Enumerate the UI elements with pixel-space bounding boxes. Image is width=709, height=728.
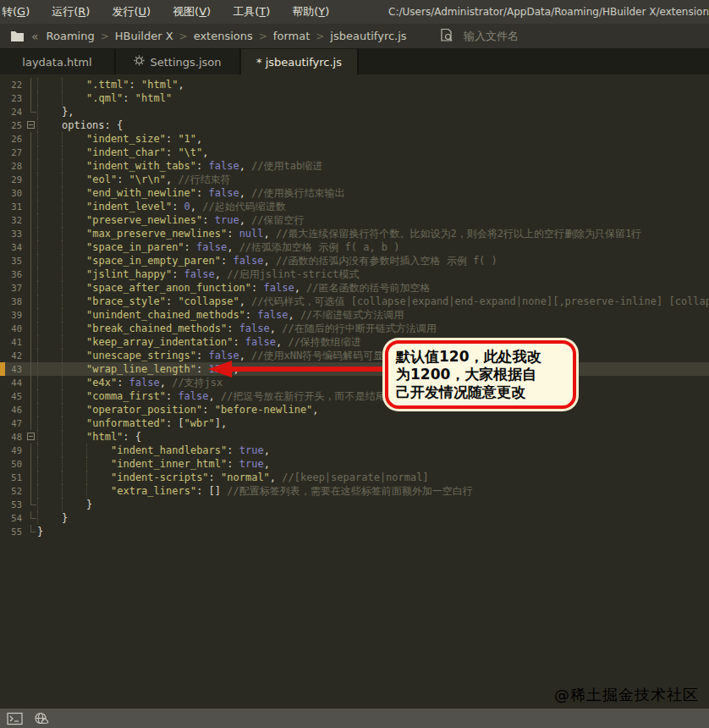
folder-icon bbox=[10, 30, 25, 42]
code-line-53[interactable]: 53} bbox=[0, 498, 709, 511]
fold-guide bbox=[25, 200, 37, 213]
code-text: options: { bbox=[37, 119, 709, 132]
line-number: 33 bbox=[5, 227, 25, 240]
annotation-text-line: 默认值120，此处我改 bbox=[396, 348, 565, 366]
gear-icon bbox=[134, 55, 145, 69]
code-line-51[interactable]: 51"indent-scripts": "normal", //[keep|se… bbox=[0, 471, 709, 484]
code-text: "break_chained_methods": false, //在随后的行中… bbox=[37, 322, 709, 335]
fold-guide bbox=[25, 444, 37, 457]
breadcrumb-bar: « Roaming>HBuilder X>extensions>format>j… bbox=[0, 24, 709, 49]
search-input[interactable] bbox=[462, 29, 575, 43]
fold-guide bbox=[25, 78, 37, 91]
code-line-36[interactable]: 36"jslint_happy": false, //启用jslint-stri… bbox=[0, 267, 709, 281]
code-editor[interactable]: 22".ttml": "html",23".qml": "html"24},25… bbox=[0, 74, 709, 709]
line-number: 38 bbox=[5, 295, 25, 308]
code-line-40[interactable]: 40"break_chained_methods": false, //在随后的… bbox=[0, 322, 709, 335]
line-number: 48 bbox=[5, 430, 25, 444]
code-line-29[interactable]: 29"eol": "\r\n", //行结束符 bbox=[0, 173, 709, 186]
code-line-47[interactable]: 47"unformatted": ["wbr"], bbox=[0, 416, 709, 430]
code-text: "indent_handlebars": true, bbox=[37, 444, 709, 457]
line-number: 23 bbox=[5, 91, 25, 105]
line-number: 29 bbox=[5, 173, 25, 186]
code-text: "indent_level": 0, //起始代码缩进数 bbox=[37, 200, 709, 213]
line-number: 53 bbox=[5, 498, 25, 511]
tab-laydata[interactable]: laydata.html bbox=[0, 49, 116, 74]
fold-guide bbox=[25, 335, 37, 349]
breadcrumb-item-extensions[interactable]: extensions bbox=[194, 30, 253, 42]
breadcrumb-item-hbuilder-x[interactable]: HBuilder X bbox=[115, 30, 173, 42]
code-line-48[interactable]: 48"html": { bbox=[0, 430, 709, 444]
menu-item-view[interactable]: 视图(V) bbox=[173, 4, 211, 19]
code-text: "indent-scripts": "normal", //[keep|sepa… bbox=[37, 471, 709, 484]
file-search-icon bbox=[440, 28, 454, 45]
line-number: 36 bbox=[5, 267, 25, 281]
line-number: 32 bbox=[5, 213, 25, 227]
tab-jsbeautifyrc[interactable]: * jsbeautifyrc.js bbox=[241, 49, 359, 74]
fold-guide bbox=[25, 484, 37, 498]
code-line-30[interactable]: 30"end_with_newline": false, //使用换行结束输出 bbox=[0, 186, 709, 200]
terminal-icon[interactable] bbox=[7, 712, 23, 725]
annotation-arrow-head bbox=[208, 361, 232, 378]
code-line-23[interactable]: 23".qml": "html" bbox=[0, 91, 709, 105]
code-text: } bbox=[37, 511, 709, 525]
breadcrumb-item-roaming[interactable]: Roaming bbox=[47, 30, 95, 42]
code-line-35[interactable]: 35"space_in_empty_paren": false, //函数的括弧… bbox=[0, 254, 709, 267]
code-line-42[interactable]: 42"unescape_strings": false, //使用xNN符号编码… bbox=[0, 349, 709, 362]
menu-item-tools[interactable]: 工具(T) bbox=[233, 4, 270, 19]
breadcrumb: Roaming>HBuilder X>extensions>format>jsb… bbox=[44, 30, 409, 42]
code-line-50[interactable]: 50"indent_inner_html": true, bbox=[0, 457, 709, 471]
code-text: "html": { bbox=[37, 430, 709, 444]
code-text: "preserve_newlines": true, //保留空行 bbox=[37, 213, 709, 227]
code-text: "space_in_empty_paren": false, //函数的括弧内没… bbox=[37, 254, 709, 267]
breadcrumb-item-jsbeautifyrc-js[interactable]: jsbeautifyrc.js bbox=[330, 30, 406, 42]
code-text: } bbox=[37, 525, 709, 538]
fold-toggle-icon[interactable] bbox=[25, 430, 37, 444]
code-line-38[interactable]: 38"brace_style": "collapse", //代码样式，可选值 … bbox=[0, 295, 709, 308]
fold-toggle-icon[interactable] bbox=[25, 119, 37, 132]
menu-item-publish[interactable]: 发行(U) bbox=[112, 4, 151, 19]
code-line-27[interactable]: 27"indent_char": "\t", bbox=[0, 146, 709, 159]
menu-item-goto[interactable]: 转(G) bbox=[2, 4, 30, 19]
fold-guide bbox=[25, 281, 37, 295]
code-text: ".ttml": "html", bbox=[37, 78, 709, 91]
code-line-44[interactable]: 44"e4x": false, //支持jsx bbox=[0, 376, 709, 389]
globe-cloud-icon[interactable] bbox=[34, 712, 51, 725]
code-line-22[interactable]: 22".ttml": "html", bbox=[0, 78, 709, 91]
code-line-26[interactable]: 26"indent_size": "1", bbox=[0, 132, 709, 146]
code-line-25[interactable]: 25options: { bbox=[0, 119, 709, 132]
code-text: "indent_inner_html": true, bbox=[37, 457, 709, 471]
code-line-45[interactable]: 45"comma_first": false, //把逗号放在新行开头，而不是结… bbox=[0, 389, 709, 403]
breadcrumb-collapse-icon[interactable]: « bbox=[31, 30, 39, 43]
code-text: "keep_array_indentation": false, //保持数组缩… bbox=[37, 335, 709, 349]
code-line-34[interactable]: 34"space_in_paren": false, //括弧添加空格 示例 f… bbox=[0, 240, 709, 254]
code-text: "jslint_happy": false, //启用jslint-strict… bbox=[37, 267, 709, 281]
annotation-callout: 默认值120，此处我改 为1200，大家根据自 己开发情况随意更改 bbox=[385, 340, 576, 409]
breadcrumb-item-format[interactable]: format bbox=[273, 30, 310, 42]
menu-item-help[interactable]: 帮助(Y) bbox=[292, 4, 329, 19]
code-line-24[interactable]: 24}, bbox=[0, 105, 709, 119]
fold-guide bbox=[25, 132, 37, 146]
code-line-46[interactable]: 46"operator_position": "before-newline", bbox=[0, 403, 709, 416]
tab-settings[interactable]: Settings.json bbox=[116, 49, 241, 74]
fold-guide bbox=[25, 267, 37, 281]
code-line-32[interactable]: 32"preserve_newlines": true, //保留空行 bbox=[0, 213, 709, 227]
code-line-55[interactable]: 55} bbox=[0, 525, 709, 538]
menu-item-run[interactable]: 运行(R) bbox=[52, 4, 90, 19]
code-text: ".qml": "html" bbox=[37, 91, 709, 105]
code-line-52[interactable]: 52"extra_liners": [] //配置标签列表，需要在这些标签前面额… bbox=[0, 484, 709, 498]
code-line-31[interactable]: 31"indent_level": 0, //起始代码缩进数 bbox=[0, 200, 709, 213]
code-line-37[interactable]: 37"space_after_anon_function": false, //… bbox=[0, 281, 709, 295]
code-line-33[interactable]: 33"max_preserve_newlines": null, //最大连续保… bbox=[0, 227, 709, 240]
line-number: 25 bbox=[5, 119, 25, 132]
fold-guide bbox=[25, 186, 37, 200]
line-number: 50 bbox=[5, 457, 25, 471]
code-line-39[interactable]: 39"unindent_chained_methods": false, //不… bbox=[0, 308, 709, 322]
code-line-28[interactable]: 28"indent_with_tabs": false, //使用tab缩进 bbox=[0, 159, 709, 173]
annotation-text-line: 己开发情况随意更改 bbox=[396, 383, 565, 401]
fold-guide bbox=[25, 471, 37, 484]
line-number: 41 bbox=[5, 335, 25, 349]
code-line-49[interactable]: 49"indent_handlebars": true, bbox=[0, 444, 709, 457]
code-line-54[interactable]: 54} bbox=[0, 511, 709, 525]
code-line-41[interactable]: 41"keep_array_indentation": false, //保持数… bbox=[0, 335, 709, 349]
fold-guide bbox=[25, 254, 37, 267]
